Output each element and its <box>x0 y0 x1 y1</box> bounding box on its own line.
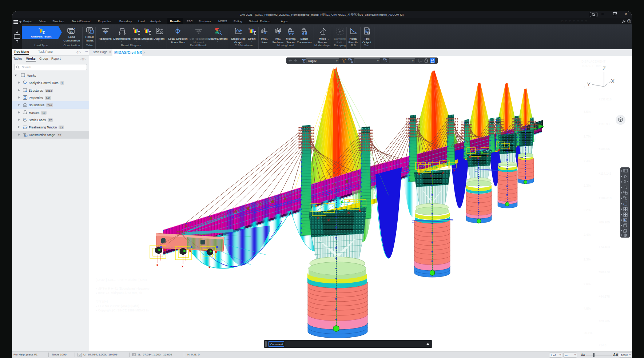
svg-text:F: F <box>133 27 135 30</box>
svg-text:LC: LC <box>70 31 73 33</box>
svg-text:+44.678: +44.678 <box>599 295 610 298</box>
svg-text:+104.318: +104.318 <box>599 196 612 200</box>
svg-text:26.1%: 26.1% <box>584 331 593 335</box>
svg-text:+114.141: +114.141 <box>599 172 611 175</box>
svg-text:IS: IS <box>278 32 281 35</box>
svg-text:2.7%: 2.7% <box>584 135 591 138</box>
svg-text:2.6%: 2.6% <box>584 282 591 286</box>
svg-text:2.4%: 2.4% <box>584 233 591 236</box>
svg-text:+131.818: +131.818 <box>599 98 612 101</box>
svg-text:T: T <box>91 31 93 33</box>
svg-text:+106.05: +106.05 <box>599 147 610 151</box>
svg-text:?: ? <box>628 20 630 23</box>
svg-text:X: X <box>611 78 615 84</box>
svg-text:ε: ε <box>249 27 250 30</box>
svg-text:DISPLACEMENT: DISPLACEMENT <box>581 60 605 63</box>
svg-text:+29.785: +29.785 <box>599 319 610 323</box>
svg-text:2.3%: 2.3% <box>584 184 591 187</box>
svg-text:+118.93: +118.93 <box>599 122 610 126</box>
svg-text:+89.285: +89.285 <box>599 220 610 224</box>
svg-text:2.4%: 2.4% <box>584 159 591 163</box>
svg-text:2.3%: 2.3% <box>584 258 591 261</box>
svg-text:σ: σ <box>144 27 146 30</box>
svg-text:Z: Z <box>603 65 606 71</box>
svg-text:x: x <box>157 264 158 266</box>
svg-text:+14.8: +14.8 <box>599 343 607 347</box>
svg-text:+74.463: +74.463 <box>599 245 610 249</box>
svg-text:+59.570: +59.570 <box>599 270 610 274</box>
svg-text:2.2%: 2.2% <box>584 208 591 212</box>
svg-text:x: x <box>209 266 210 268</box>
svg-text:3.5%: 3.5% <box>584 110 591 114</box>
svg-text:4.8%: 4.8% <box>584 307 591 310</box>
svg-text:x: x <box>182 265 183 267</box>
svg-text:Y: Y <box>587 81 591 87</box>
svg-text:IL: IL <box>265 32 267 35</box>
